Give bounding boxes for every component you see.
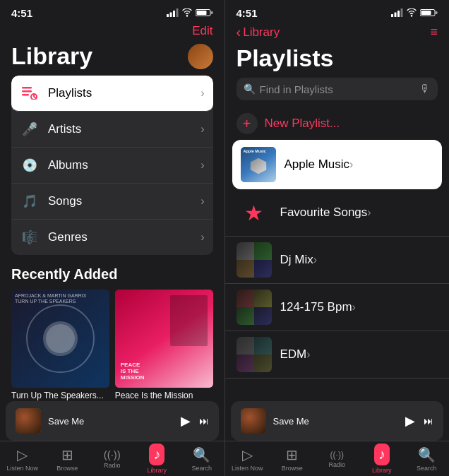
left-header: Edit bbox=[0, 21, 224, 42]
search-label-right: Search bbox=[417, 465, 437, 472]
svg-point-4 bbox=[186, 15, 187, 16]
play-icon-right[interactable]: ▶ bbox=[405, 413, 415, 429]
svg-line-13 bbox=[34, 97, 36, 98]
search-icon-left: 🔍 bbox=[193, 446, 210, 463]
lib-item-artists[interactable]: 🎤 Artists › bbox=[11, 112, 213, 148]
svg-rect-17 bbox=[401, 8, 403, 17]
artists-icon: 🎤 bbox=[20, 119, 40, 139]
svg-rect-7 bbox=[196, 11, 206, 15]
playlist-item-apple-music[interactable]: Apple Music Apple Music › bbox=[232, 140, 443, 189]
browse-label-left: Browse bbox=[56, 465, 78, 472]
svg-rect-2 bbox=[173, 11, 175, 17]
status-time-right: 4:51 bbox=[237, 7, 258, 19]
album-grid: AFROJACK & MARTIN GARRIXTURN UP THE SPEA… bbox=[0, 290, 224, 409]
album-card-0[interactable]: AFROJACK & MARTIN GARRIXTURN UP THE SPEA… bbox=[11, 290, 109, 409]
radio-label-left: Radio bbox=[104, 462, 121, 469]
svg-rect-0 bbox=[167, 14, 169, 17]
lib-item-artists-label: Artists bbox=[48, 122, 200, 136]
skip-forward-icon-left[interactable]: ⏭ bbox=[199, 415, 209, 427]
mini-player-title-left: Save Me bbox=[48, 416, 174, 427]
listen-now-icon-right: ▷ bbox=[242, 446, 253, 463]
mini-player-title-right: Save Me bbox=[273, 416, 399, 427]
back-label: Library bbox=[243, 25, 280, 40]
skip-forward-icon-right[interactable]: ⏭ bbox=[424, 415, 433, 427]
listen-now-icon-left: ▷ bbox=[17, 446, 28, 463]
tab-bar-left: ▷ Listen Now ⊞ Browse ((·)) Radio ♪ Libr… bbox=[0, 441, 224, 476]
album-card-1[interactable]: PEACEIS THEMISSION Peace Is the Mission … bbox=[115, 290, 213, 409]
lib-item-songs-label: Songs bbox=[48, 194, 200, 208]
playlist-art-edm bbox=[237, 337, 272, 372]
tab-search-right[interactable]: 🔍 Search bbox=[405, 446, 450, 472]
mini-player-right[interactable]: Save Me ▶ ⏭ bbox=[231, 401, 444, 441]
recently-added-title: Recently Added bbox=[0, 255, 224, 290]
tab-browse-left[interactable]: ⊞ Browse bbox=[45, 446, 90, 472]
tab-listen-now-left[interactable]: ▷ Listen Now bbox=[0, 446, 45, 472]
hamburger-button[interactable]: ≡ bbox=[430, 25, 438, 40]
svg-rect-8 bbox=[22, 87, 32, 89]
svg-rect-6 bbox=[211, 11, 213, 14]
battery-icon-right bbox=[420, 8, 438, 17]
signal-icon-right bbox=[391, 8, 403, 17]
search-bar[interactable]: 🔍 Find in Playlists 🎙 bbox=[237, 78, 438, 100]
play-icon-left[interactable]: ▶ bbox=[181, 413, 191, 429]
status-bar-right: 4:51 bbox=[225, 0, 450, 21]
playlist-art-apple-music: Apple Music bbox=[241, 147, 276, 182]
edit-button[interactable]: Edit bbox=[192, 24, 212, 38]
search-bar-placeholder: Find in Playlists bbox=[260, 83, 416, 95]
right-screen: 4:51 ‹ Library ≡ Playl bbox=[225, 0, 450, 476]
search-icon-right: 🔍 bbox=[418, 446, 436, 463]
search-bar-icon: 🔍 bbox=[244, 83, 256, 95]
playlist-name-edm: EDM bbox=[280, 347, 307, 362]
lib-item-playlists-chevron: › bbox=[200, 87, 204, 100]
avatar[interactable] bbox=[188, 44, 213, 69]
album-title-0: Turn Up The Speakers... bbox=[11, 391, 109, 400]
mini-player-text-right: Save Me bbox=[273, 416, 399, 427]
album-art-0: AFROJACK & MARTIN GARRIXTURN UP THE SPEA… bbox=[11, 290, 109, 388]
tab-library-right[interactable]: ♪ Library bbox=[359, 444, 405, 474]
library-icon-left: ♪ bbox=[153, 446, 160, 462]
listen-now-label-left: Listen Now bbox=[6, 465, 38, 472]
new-playlist-button[interactable]: + New Playlist... bbox=[225, 107, 450, 140]
back-button[interactable]: ‹ Library bbox=[237, 24, 280, 40]
tab-listen-now-right[interactable]: ▷ Listen Now bbox=[225, 446, 270, 472]
tab-radio-left[interactable]: ((·)) Radio bbox=[90, 448, 135, 469]
tab-library-left[interactable]: ♪ Library bbox=[135, 444, 180, 474]
tab-search-left[interactable]: 🔍 Search bbox=[179, 446, 224, 472]
playlist-item-124-175-bpm[interactable]: 124-175 Bpm › bbox=[225, 284, 450, 331]
lib-item-albums-chevron: › bbox=[200, 159, 204, 172]
album-art-1: PEACEIS THEMISSION bbox=[115, 290, 213, 388]
lib-item-albums[interactable]: 💿 Albums › bbox=[11, 148, 213, 184]
svg-rect-9 bbox=[22, 90, 32, 93]
signal-icon bbox=[167, 8, 179, 17]
svg-rect-16 bbox=[397, 11, 400, 17]
playlist-item-edm[interactable]: EDM › bbox=[225, 331, 450, 379]
lib-item-artists-chevron: › bbox=[200, 123, 204, 136]
browse-icon-left: ⊞ bbox=[61, 446, 73, 463]
tab-radio-right[interactable]: ((·)) Radio bbox=[315, 450, 360, 468]
albums-icon: 💿 bbox=[20, 155, 40, 175]
lib-item-genres-label: Genres bbox=[48, 230, 200, 244]
battery-icon bbox=[196, 8, 213, 17]
playlist-item-favourite-songs[interactable]: ★ Favourite Songs › bbox=[225, 189, 450, 237]
mini-player-art-left bbox=[16, 408, 41, 434]
lib-item-playlists[interactable]: Playlists › bbox=[11, 76, 213, 112]
svg-rect-3 bbox=[176, 8, 178, 17]
status-icons-left bbox=[167, 8, 213, 17]
svg-rect-14 bbox=[391, 14, 393, 17]
playlist-item-dj-mix[interactable]: Dj Mix › bbox=[225, 237, 450, 284]
new-playlist-label: New Playlist... bbox=[265, 117, 340, 131]
mini-player-left[interactable]: Save Me ▶ ⏭ bbox=[6, 401, 219, 441]
album-title-1: Peace Is the Mission bbox=[115, 391, 213, 400]
mini-player-controls-left: ▶ ⏭ bbox=[181, 413, 209, 429]
lib-item-genres-chevron: › bbox=[200, 231, 204, 244]
lib-item-genres[interactable]: 🎼 Genres › bbox=[11, 220, 213, 255]
library-label-left: Library bbox=[147, 467, 167, 474]
microphone-icon[interactable]: 🎙 bbox=[419, 83, 431, 95]
tab-browse-right[interactable]: ⊞ Browse bbox=[270, 446, 315, 472]
playlists-icon bbox=[20, 83, 40, 103]
library-icon-right: ♪ bbox=[378, 446, 385, 462]
browse-label-right: Browse bbox=[282, 465, 303, 472]
playlist-art-dj-mix bbox=[237, 242, 272, 278]
lib-item-songs[interactable]: 🎵 Songs › bbox=[11, 184, 213, 220]
svg-rect-10 bbox=[22, 94, 29, 96]
